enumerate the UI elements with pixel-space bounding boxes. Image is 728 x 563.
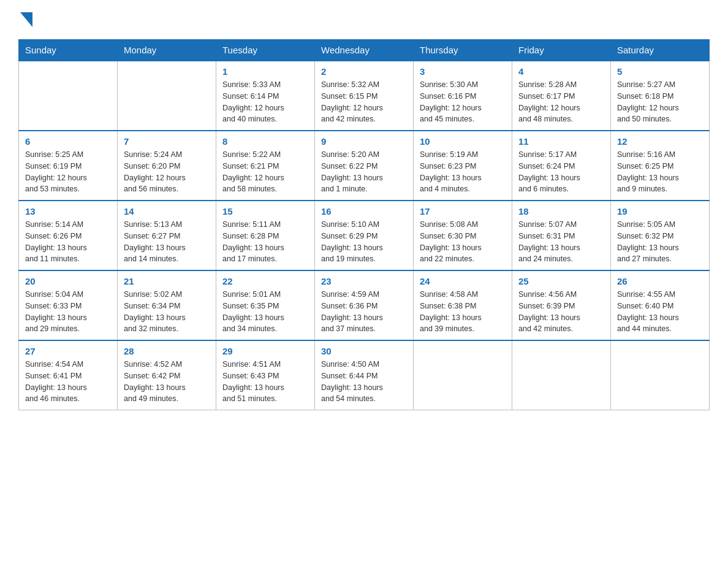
day-number: 26 — [617, 276, 703, 286]
day-number: 30 — [321, 346, 407, 356]
day-number: 5 — [617, 66, 703, 77]
calendar-cell: 12Sunrise: 5:16 AM Sunset: 6:25 PM Dayli… — [611, 131, 710, 201]
day-info: Sunrise: 5:08 AM Sunset: 6:30 PM Dayligh… — [420, 219, 506, 265]
day-number: 7 — [124, 136, 210, 147]
calendar-cell — [118, 61, 216, 131]
day-info: Sunrise: 5:30 AM Sunset: 6:16 PM Dayligh… — [420, 79, 506, 125]
calendar-cell: 30Sunrise: 4:50 AM Sunset: 6:44 PM Dayli… — [315, 340, 414, 410]
calendar-cell: 16Sunrise: 5:10 AM Sunset: 6:29 PM Dayli… — [315, 201, 414, 270]
week-row-3: 13Sunrise: 5:14 AM Sunset: 6:26 PM Dayli… — [19, 201, 710, 270]
day-info: Sunrise: 5:16 AM Sunset: 6:25 PM Dayligh… — [617, 149, 703, 195]
day-number: 3 — [420, 66, 506, 77]
day-info: Sunrise: 5:20 AM Sunset: 6:22 PM Dayligh… — [321, 149, 407, 195]
day-number: 16 — [321, 206, 407, 216]
calendar-cell: 2Sunrise: 5:32 AM Sunset: 6:15 PM Daylig… — [315, 61, 414, 131]
calendar-cell: 1Sunrise: 5:33 AM Sunset: 6:14 PM Daylig… — [216, 61, 315, 131]
calendar-cell: 25Sunrise: 4:56 AM Sunset: 6:39 PM Dayli… — [512, 270, 611, 340]
calendar-cell: 13Sunrise: 5:14 AM Sunset: 6:26 PM Dayli… — [19, 201, 118, 270]
day-info: Sunrise: 5:01 AM Sunset: 6:35 PM Dayligh… — [222, 289, 308, 335]
day-number: 18 — [518, 206, 604, 216]
calendar-cell: 17Sunrise: 5:08 AM Sunset: 6:30 PM Dayli… — [414, 201, 512, 270]
day-number: 27 — [25, 346, 111, 356]
day-number: 13 — [25, 206, 111, 216]
day-info: Sunrise: 5:02 AM Sunset: 6:34 PM Dayligh… — [124, 289, 210, 335]
day-info: Sunrise: 5:13 AM Sunset: 6:27 PM Dayligh… — [124, 219, 210, 265]
calendar-cell: 9Sunrise: 5:20 AM Sunset: 6:22 PM Daylig… — [315, 131, 414, 201]
day-info: Sunrise: 4:51 AM Sunset: 6:43 PM Dayligh… — [222, 359, 308, 405]
calendar-cell: 3Sunrise: 5:30 AM Sunset: 6:16 PM Daylig… — [414, 61, 512, 131]
calendar-cell: 4Sunrise: 5:28 AM Sunset: 6:17 PM Daylig… — [512, 61, 611, 131]
day-number: 2 — [321, 66, 407, 77]
calendar-cell: 28Sunrise: 4:52 AM Sunset: 6:42 PM Dayli… — [118, 340, 216, 410]
day-info: Sunrise: 5:27 AM Sunset: 6:18 PM Dayligh… — [617, 79, 703, 125]
day-number: 14 — [124, 206, 210, 216]
logo — [18, 12, 32, 27]
calendar-cell — [611, 340, 710, 410]
calendar-cell: 5Sunrise: 5:27 AM Sunset: 6:18 PM Daylig… — [611, 61, 710, 131]
calendar-cell: 10Sunrise: 5:19 AM Sunset: 6:23 PM Dayli… — [414, 131, 512, 201]
day-number: 4 — [518, 66, 604, 77]
logo-arrow-icon — [20, 12, 32, 27]
weekday-header-thursday: Thursday — [414, 40, 512, 61]
calendar-cell: 23Sunrise: 4:59 AM Sunset: 6:36 PM Dayli… — [315, 270, 414, 340]
day-number: 28 — [124, 346, 210, 356]
calendar-cell: 11Sunrise: 5:17 AM Sunset: 6:24 PM Dayli… — [512, 131, 611, 201]
calendar-cell: 7Sunrise: 5:24 AM Sunset: 6:20 PM Daylig… — [118, 131, 216, 201]
day-number: 8 — [222, 136, 308, 147]
day-info: Sunrise: 5:17 AM Sunset: 6:24 PM Dayligh… — [518, 149, 604, 195]
day-number: 6 — [25, 136, 111, 147]
day-info: Sunrise: 4:50 AM Sunset: 6:44 PM Dayligh… — [321, 359, 407, 405]
calendar-cell: 27Sunrise: 4:54 AM Sunset: 6:41 PM Dayli… — [19, 340, 118, 410]
week-row-1: 1Sunrise: 5:33 AM Sunset: 6:14 PM Daylig… — [19, 61, 710, 131]
day-number: 12 — [617, 136, 703, 147]
day-info: Sunrise: 5:10 AM Sunset: 6:29 PM Dayligh… — [321, 219, 407, 265]
calendar-cell: 29Sunrise: 4:51 AM Sunset: 6:43 PM Dayli… — [216, 340, 315, 410]
calendar-cell: 15Sunrise: 5:11 AM Sunset: 6:28 PM Dayli… — [216, 201, 315, 270]
day-info: Sunrise: 5:07 AM Sunset: 6:31 PM Dayligh… — [518, 219, 604, 265]
day-number: 24 — [420, 276, 506, 286]
day-number: 9 — [321, 136, 407, 147]
calendar-cell — [512, 340, 611, 410]
day-number: 17 — [420, 206, 506, 216]
day-number: 1 — [222, 66, 308, 77]
calendar-cell — [414, 340, 512, 410]
calendar-cell: 6Sunrise: 5:25 AM Sunset: 6:19 PM Daylig… — [19, 131, 118, 201]
calendar-cell: 24Sunrise: 4:58 AM Sunset: 6:38 PM Dayli… — [414, 270, 512, 340]
day-info: Sunrise: 5:05 AM Sunset: 6:32 PM Dayligh… — [617, 219, 703, 265]
day-number: 19 — [617, 206, 703, 216]
day-info: Sunrise: 5:28 AM Sunset: 6:17 PM Dayligh… — [518, 79, 604, 125]
day-info: Sunrise: 4:58 AM Sunset: 6:38 PM Dayligh… — [420, 289, 506, 335]
week-row-4: 20Sunrise: 5:04 AM Sunset: 6:33 PM Dayli… — [19, 270, 710, 340]
calendar-cell: 19Sunrise: 5:05 AM Sunset: 6:32 PM Dayli… — [611, 201, 710, 270]
weekday-header-saturday: Saturday — [611, 40, 710, 61]
calendar-cell: 21Sunrise: 5:02 AM Sunset: 6:34 PM Dayli… — [118, 270, 216, 340]
day-info: Sunrise: 4:56 AM Sunset: 6:39 PM Dayligh… — [518, 289, 604, 335]
day-number: 11 — [518, 136, 604, 147]
week-row-2: 6Sunrise: 5:25 AM Sunset: 6:19 PM Daylig… — [19, 131, 710, 201]
day-info: Sunrise: 5:22 AM Sunset: 6:21 PM Dayligh… — [222, 149, 308, 195]
calendar-cell: 18Sunrise: 5:07 AM Sunset: 6:31 PM Dayli… — [512, 201, 611, 270]
day-info: Sunrise: 4:59 AM Sunset: 6:36 PM Dayligh… — [321, 289, 407, 335]
week-row-5: 27Sunrise: 4:54 AM Sunset: 6:41 PM Dayli… — [19, 340, 710, 410]
day-info: Sunrise: 4:55 AM Sunset: 6:40 PM Dayligh… — [617, 289, 703, 335]
weekday-header-monday: Monday — [118, 40, 216, 61]
day-info: Sunrise: 5:33 AM Sunset: 6:14 PM Dayligh… — [222, 79, 308, 125]
day-info: Sunrise: 5:19 AM Sunset: 6:23 PM Dayligh… — [420, 149, 506, 195]
day-number: 15 — [222, 206, 308, 216]
day-info: Sunrise: 5:24 AM Sunset: 6:20 PM Dayligh… — [124, 149, 210, 195]
svg-marker-0 — [20, 12, 32, 27]
calendar-cell: 22Sunrise: 5:01 AM Sunset: 6:35 PM Dayli… — [216, 270, 315, 340]
day-number: 20 — [25, 276, 111, 286]
weekday-header-friday: Friday — [512, 40, 611, 61]
weekday-header-wednesday: Wednesday — [315, 40, 414, 61]
calendar-cell: 26Sunrise: 4:55 AM Sunset: 6:40 PM Dayli… — [611, 270, 710, 340]
calendar-table: SundayMondayTuesdayWednesdayThursdayFrid… — [18, 39, 710, 410]
day-number: 25 — [518, 276, 604, 286]
page-header — [18, 12, 710, 27]
day-info: Sunrise: 5:25 AM Sunset: 6:19 PM Dayligh… — [25, 149, 111, 195]
weekday-header-tuesday: Tuesday — [216, 40, 315, 61]
day-number: 21 — [124, 276, 210, 286]
weekday-header-row: SundayMondayTuesdayWednesdayThursdayFrid… — [19, 40, 710, 61]
day-info: Sunrise: 5:11 AM Sunset: 6:28 PM Dayligh… — [222, 219, 308, 265]
day-number: 29 — [222, 346, 308, 356]
